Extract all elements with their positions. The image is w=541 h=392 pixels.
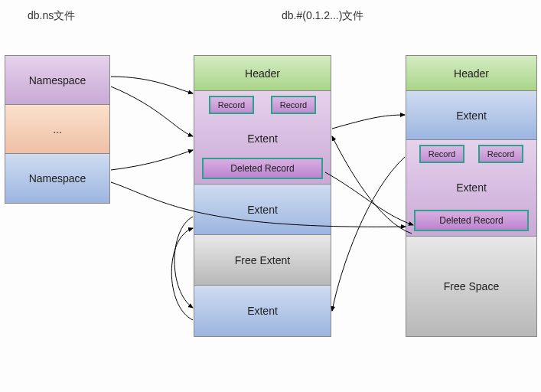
mid-extent-1-label: Extent [194, 132, 331, 145]
mid-header: Header [194, 56, 331, 91]
ns-column: Namespace ... Namespace [5, 55, 110, 204]
ns-top: Namespace [5, 56, 109, 105]
ns-ellipsis: ... [5, 105, 109, 154]
right-record-2: Record [478, 145, 523, 163]
mid-extent-2: Extent [194, 185, 331, 235]
mid-extent-1: Record Record Extent Deleted Record [194, 91, 331, 185]
right-column: Header Extent Record Record Extent Delet… [406, 55, 537, 337]
mid-free-extent: Free Extent [194, 235, 331, 286]
right-extent-top: Extent [406, 91, 536, 140]
mid-record-1: Record [209, 96, 254, 114]
mid-deleted-record: Deleted Record [202, 158, 323, 179]
right-free-space: Free Space [406, 237, 536, 336]
mid-record-2: Record [271, 96, 316, 114]
right-header: Header [406, 56, 536, 91]
right-record-1: Record [419, 145, 464, 163]
mid-extent-3: Extent [194, 286, 331, 336]
ns-bottom: Namespace [5, 154, 109, 203]
title-right: db.#(0.1.2...)文件 [282, 9, 363, 23]
title-left: db.ns文件 [28, 9, 75, 23]
right-extent-mid-label: Extent [406, 181, 536, 194]
right-deleted-record: Deleted Record [414, 210, 529, 231]
mid-column: Header Record Record Extent Deleted Reco… [194, 55, 331, 337]
right-extent-mid: Record Record Extent Deleted Record [406, 140, 536, 237]
